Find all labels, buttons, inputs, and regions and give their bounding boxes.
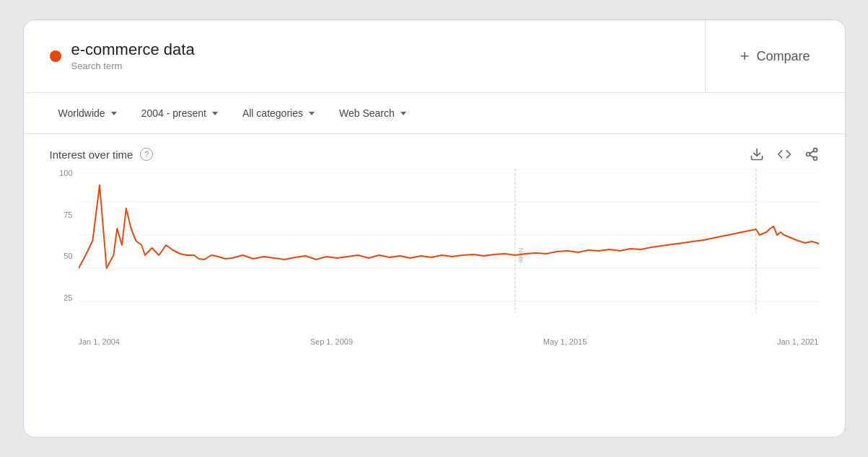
region-label: Worldwide bbox=[58, 107, 105, 119]
type-label: Web Search bbox=[339, 107, 395, 119]
category-chevron-icon bbox=[309, 112, 315, 115]
chart-section: Interest over time ? bbox=[24, 134, 845, 353]
x-label-2009: Sep 1, 2009 bbox=[310, 337, 353, 346]
chart-title: Interest over time bbox=[50, 148, 133, 161]
x-label-2004: Jan 1, 2004 bbox=[79, 337, 120, 346]
trend-line bbox=[79, 185, 819, 268]
search-term-dot bbox=[50, 50, 61, 62]
x-label-2015: May 1, 2015 bbox=[543, 337, 587, 346]
top-section: e-commerce data Search term + Compare bbox=[24, 20, 845, 93]
search-term-text: e-commerce data Search term bbox=[71, 40, 195, 72]
region-chevron-icon bbox=[111, 112, 117, 115]
main-card: e-commerce data Search term + Compare Wo… bbox=[23, 19, 846, 438]
chart-header: Interest over time ? bbox=[50, 147, 819, 161]
plus-icon: + bbox=[740, 48, 750, 64]
chart-title-area: Interest over time ? bbox=[50, 148, 154, 161]
help-icon[interactable]: ? bbox=[140, 148, 153, 161]
svg-line-5 bbox=[810, 151, 814, 154]
y-label-75: 75 bbox=[50, 210, 73, 219]
download-button[interactable] bbox=[750, 147, 764, 161]
compare-button[interactable]: + Compare bbox=[706, 20, 845, 92]
category-label: All categories bbox=[242, 107, 303, 119]
chart-actions bbox=[750, 147, 819, 161]
search-term-label: e-commerce data bbox=[71, 40, 195, 59]
filters-row: Worldwide 2004 - present All categories … bbox=[24, 93, 845, 134]
period-label: 2004 - present bbox=[141, 107, 206, 119]
x-axis-labels: Jan 1, 2004 Sep 1, 2009 May 1, 2015 Jan … bbox=[50, 334, 819, 346]
help-icon-label: ? bbox=[144, 150, 149, 159]
compare-label: Compare bbox=[756, 49, 810, 64]
category-filter[interactable]: All categories bbox=[234, 103, 323, 123]
period-chevron-icon bbox=[212, 112, 218, 115]
y-label-50: 50 bbox=[50, 252, 73, 260]
region-filter[interactable]: Worldwide bbox=[50, 103, 126, 123]
y-label-100: 100 bbox=[50, 169, 73, 177]
y-label-25: 25 bbox=[50, 293, 73, 302]
type-chevron-icon bbox=[400, 112, 406, 115]
period-filter[interactable]: 2004 - present bbox=[133, 103, 227, 123]
type-filter[interactable]: Web Search bbox=[330, 103, 415, 123]
search-term-sublabel: Search term bbox=[71, 61, 123, 71]
search-term-area: e-commerce data Search term bbox=[24, 20, 705, 92]
y-axis-labels: 100 75 50 25 bbox=[50, 169, 77, 334]
svg-line-4 bbox=[810, 156, 814, 158]
chart-container: 100 75 50 25 Note bbox=[50, 169, 819, 334]
trend-chart: Note bbox=[79, 169, 819, 334]
share-button[interactable] bbox=[805, 147, 819, 161]
x-label-2021: Jan 1, 2021 bbox=[777, 337, 819, 346]
embed-button[interactable] bbox=[777, 147, 792, 161]
